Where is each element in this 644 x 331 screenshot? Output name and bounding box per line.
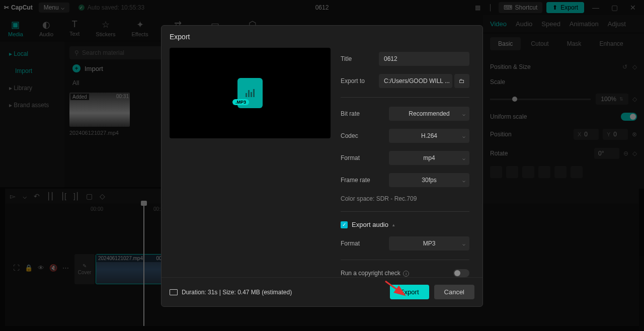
export-modal: Export .MP3 Title Ex [161,25,483,307]
export-to-row: Export to C:/Users/GOOD WILL ... 🗀 [341,70,469,92]
framerate-label: Frame rate [341,177,370,184]
copyright-toggle[interactable] [453,269,469,277]
export-to-label: Export to [341,77,365,85]
export-preview: .MP3 [170,48,331,138]
export-audio-checkbox[interactable]: ✓ [341,221,348,228]
codec-select[interactable]: H.264 [389,129,469,143]
title-input[interactable] [379,52,469,66]
export-form: Title Export to C:/Users/GOOD WILL ... 🗀… [341,48,474,277]
audio-format-select[interactable]: MP3 [389,236,469,251]
divider [341,260,469,260]
chevron-up-icon: ▴ [392,222,395,227]
mp3-badge: .MP3 [232,99,249,105]
export-audio-label: Export audio [352,221,388,228]
copyright-label: Run a copyright check [341,270,400,277]
info-icon[interactable]: i [403,271,409,277]
browse-folder-button[interactable]: 🗀 [454,74,469,88]
button-group: Export Cancel [390,285,474,299]
format-select[interactable]: mp4 [389,151,469,165]
bitrate-select[interactable]: Recommended [389,107,469,121]
export-audio-header[interactable]: ✓ Export audio ▴ [341,217,469,232]
modal-footer: Duration: 31s | Size: 0.47 MB (estimated… [162,277,482,306]
copyright-label-group: Run a copyright check i [341,270,409,277]
modal-header: Export [162,26,482,48]
duration-text: Duration: 31s | Size: 0.47 MB (estimated… [182,289,292,296]
export-button[interactable]: Export [390,285,429,299]
codec-label: Codec [341,132,358,139]
bitrate-row: Bit rate Recommended [341,103,469,125]
framerate-select[interactable]: 30fps [389,173,469,187]
duration-info: Duration: 31s | Size: 0.47 MB (estimated… [170,289,292,296]
format-label: Format [341,154,360,161]
cancel-button[interactable]: Cancel [434,285,474,299]
export-path: C:/Users/GOOD WILL ... [379,74,452,88]
folder-icon: 🗀 [459,77,465,85]
divider [341,97,469,98]
framerate-row: Frame rate 30fps [341,169,469,191]
format-row: Format mp4 [341,147,469,169]
film-icon [170,289,178,295]
copyright-row: Run a copyright check i [341,265,469,277]
audio-format-row: Format MP3 [341,232,469,255]
divider [341,211,469,212]
mp3-file-icon: .MP3 [237,78,263,108]
title-label: Title [341,55,352,62]
modal-body: .MP3 Title Export to C:/Users/GOOD WILL … [162,48,482,277]
colorspace-info: Color space: SDR - Rec.709 [341,191,469,206]
bitrate-label: Bit rate [341,110,360,117]
codec-row: Codec H.264 [341,125,469,147]
audio-format-label: Format [341,240,360,247]
title-row: Title [341,48,469,70]
